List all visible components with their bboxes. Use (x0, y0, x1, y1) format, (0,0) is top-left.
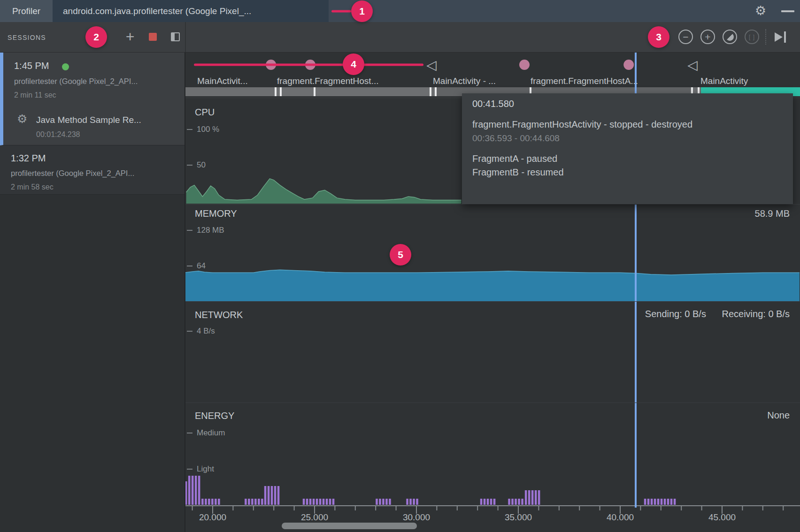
network-rates: Sending: 0 B/s Receiving: 0 B/s (632, 309, 790, 319)
reset-zoom-button[interactable] (723, 30, 737, 44)
energy-bar (525, 490, 527, 505)
energy-bar (538, 490, 540, 505)
event-tooltip: 00:41.580 fragment.FragmentHostActivity … (462, 93, 793, 204)
tooltip-event-text: fragment.FragmentHostActivity - stopped … (472, 119, 692, 130)
section-divider (185, 403, 800, 403)
annotation-circle-2: 2 (85, 26, 107, 48)
energy-bar (218, 499, 220, 505)
energy-bar (258, 499, 260, 505)
settings-gear-icon[interactable]: ⚙ (755, 3, 766, 19)
horizontal-scrollbar[interactable] (282, 523, 417, 529)
ruler-label-20.000: 20.000 (199, 512, 226, 523)
energy-bar (323, 499, 325, 505)
sessions-header-label: SESSIONS (8, 22, 46, 53)
energy-bar (493, 499, 496, 505)
energy-bar (254, 499, 257, 505)
ruler-minor-tick (232, 506, 233, 510)
session-artifact-timestamp: 00:01:24.238 (36, 130, 80, 139)
back-button-event-icon[interactable]: ◁ (687, 57, 698, 73)
network-sending-value: Sending: 0 B/s (645, 309, 706, 319)
cpu-section-title[interactable]: CPU (195, 107, 215, 118)
session-device: profilertester (Google Pixel_2_API... (11, 169, 134, 178)
energy-bar (261, 499, 263, 505)
activity-label: MainActivit... (197, 76, 248, 86)
zoom-to-selection-button[interactable]: [ ] (745, 30, 759, 44)
collapse-panel-icon[interactable] (171, 32, 180, 41)
energy-bar (192, 476, 194, 505)
memory-current-value: 58.9 MB (755, 208, 790, 219)
session-artifact-label[interactable]: Java Method Sample Re... (36, 115, 141, 125)
energy-bar (409, 499, 412, 505)
annotation-circle-1: 1 (351, 0, 373, 22)
ruler-minor-tick (192, 506, 193, 510)
energy-bar (274, 486, 277, 505)
ruler-minor-tick (436, 506, 437, 510)
ruler-minor-tick (559, 506, 560, 510)
energy-bar (208, 499, 210, 505)
energy-bar (515, 499, 517, 505)
back-button-event-icon[interactable]: ◁ (426, 57, 437, 73)
energy-bar (521, 499, 523, 505)
session-item-previous[interactable]: 1:32 PM profilertester (Google Pixel_2_A… (0, 145, 185, 195)
touch-event-dot[interactable] (519, 60, 530, 70)
ruler-minor-tick (498, 506, 499, 510)
ruler-minor-tick (355, 506, 356, 510)
minimize-icon[interactable] (781, 10, 794, 12)
energy-bar (480, 499, 483, 505)
timeline-cursor-line[interactable] (635, 53, 637, 93)
go-live-button[interactable] (775, 31, 786, 43)
activity-bar-gap (275, 87, 277, 96)
live-session-dot (62, 63, 69, 70)
ruler-minor-tick (742, 506, 743, 510)
energy-bar (211, 499, 214, 505)
activity-label: fragment.FragmentHost... (277, 76, 378, 86)
profiler-toolbar: SESSIONS + − + [ ] (0, 22, 800, 53)
ruler-label-30.000: 30.000 (403, 512, 430, 523)
session-duration: 2 min 11 sec (14, 91, 56, 99)
annotation-circle-4: 4 (343, 53, 364, 75)
energy-bar (382, 499, 385, 505)
ruler-minor-tick (762, 506, 763, 510)
tooltip-fragment-b: FragmentB - resumed (472, 167, 564, 178)
ruler-minor-tick (294, 506, 295, 510)
energy-bar (406, 499, 408, 505)
energy-bar (215, 499, 217, 505)
ruler-label-25.000: 25.000 (301, 512, 328, 523)
memory-tick-64: 64 (187, 261, 206, 271)
energy-bar (416, 499, 418, 505)
memory-tick-128: 128 MB (187, 226, 224, 235)
energy-bar (651, 499, 653, 505)
annotation-line-1 (331, 10, 351, 13)
memory-section-title[interactable]: MEMORY (195, 208, 237, 219)
energy-bar (518, 499, 520, 505)
energy-bar (385, 499, 388, 505)
energy-section-title[interactable]: ENERGY (195, 410, 234, 421)
energy-bar (319, 499, 322, 505)
ruler-minor-tick (579, 506, 580, 510)
ruler-minor-tick (538, 506, 539, 510)
toolbar-separator (765, 29, 766, 45)
ruler-minor-tick (783, 506, 784, 510)
tab-title: android.com.java.profilertester (Google … (63, 6, 251, 16)
touch-event-dot[interactable] (623, 60, 634, 70)
activity-label: fragment.FragmentHostA... (531, 76, 638, 86)
zoom-in-button[interactable]: + (700, 30, 715, 44)
zoom-out-button[interactable]: − (678, 30, 693, 44)
energy-bar (248, 499, 250, 505)
energy-bar (306, 499, 308, 505)
section-divider (185, 204, 800, 205)
network-section-title[interactable]: NETWORK (195, 310, 243, 320)
activity-bar-gap (430, 87, 431, 96)
session-device: profilertester (Google Pixel_2_API... (14, 77, 138, 86)
energy-bar (313, 499, 315, 505)
tooltip-time-range: 00:36.593 - 00:44.608 (472, 133, 560, 144)
tab-profiler-session[interactable]: android.com.java.profilertester (Google … (53, 0, 329, 22)
energy-bar (528, 490, 531, 505)
energy-bar (188, 476, 191, 505)
stop-session-button[interactable] (149, 33, 157, 41)
energy-bar (268, 486, 270, 505)
timeline-cursor-line[interactable] (635, 204, 637, 508)
ruler-baseline (185, 505, 800, 506)
add-session-button[interactable]: + (123, 22, 138, 52)
session-item-current[interactable]: 1:45 PM profilertester (Google Pixel_2_A… (0, 53, 185, 145)
